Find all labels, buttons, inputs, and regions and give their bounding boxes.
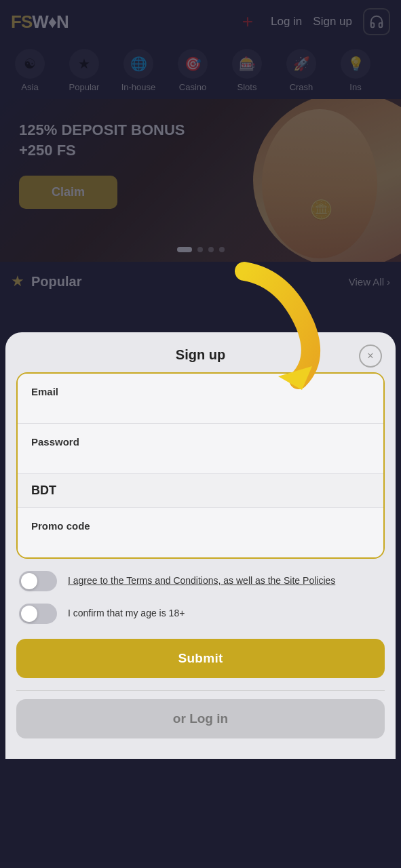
- promo-input[interactable]: [31, 533, 370, 545]
- currency-field-container: BDT: [18, 474, 383, 508]
- consent1-text: I agree to the Terms and Conditions, as …: [68, 574, 335, 588]
- promo-label: Promo code: [31, 520, 370, 532]
- promo-field-container: Promo code: [18, 508, 383, 557]
- signup-modal: Sign up × Email Password BDT Promo code: [5, 332, 396, 759]
- consent2-text: I confirm that my age is 18+: [68, 607, 185, 620]
- consent1-toggle[interactable]: [19, 571, 57, 591]
- modal-container: Sign up × Email Password BDT Promo code: [0, 332, 401, 759]
- consent1-link[interactable]: I agree to the Terms and Conditions, as …: [68, 575, 335, 586]
- password-input[interactable]: [31, 449, 370, 461]
- form-box: Email Password BDT Promo code: [16, 372, 385, 559]
- toggle1-knob: [21, 573, 37, 589]
- password-field-container: Password: [18, 424, 383, 474]
- consent2-toggle[interactable]: [19, 604, 57, 624]
- consent2-row: I confirm that my age is 18+: [5, 591, 396, 624]
- consent1-row: I agree to the Terms and Conditions, as …: [5, 559, 396, 591]
- toggle2-knob: [21, 606, 37, 622]
- modal-close-button[interactable]: ×: [359, 344, 382, 368]
- password-label: Password: [31, 436, 370, 448]
- arrow-svg: [204, 258, 353, 393]
- submit-button[interactable]: Submit: [16, 639, 385, 678]
- or-login-button[interactable]: or Log in: [16, 699, 385, 738]
- email-input[interactable]: [31, 399, 370, 411]
- divider: [16, 690, 385, 691]
- arrow-decoration: [204, 258, 353, 393]
- currency-value: BDT: [31, 484, 56, 497]
